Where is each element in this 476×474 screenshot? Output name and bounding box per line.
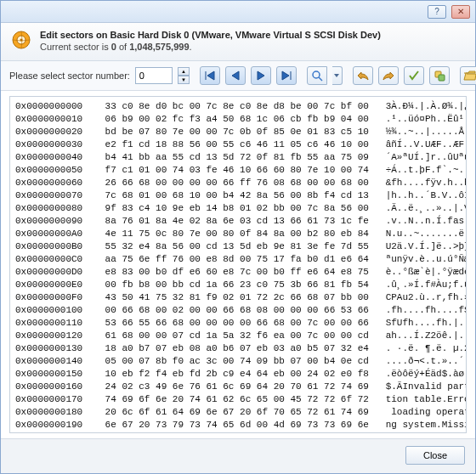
help-button[interactable]: ? — [428, 5, 446, 19]
nav-prev-icon — [230, 71, 241, 81]
hex-row[interactable]: 0x0000000080 9f 83 c4 10 9e eb 14 b8 01 … — [15, 202, 461, 215]
hex-row[interactable]: 0x00000000F0 43 50 41 75 32 81 f9 02 01 … — [15, 291, 461, 304]
dialog-title: Edit sectors on Basic Hard Disk 0 (VMwar… — [40, 30, 381, 40]
hex-row[interactable]: 0x0000000130 18 a0 b7 07 eb 08 a0 b6 07 … — [15, 342, 461, 355]
hex-row[interactable]: 0x00000000C0 aa 75 6e ff 76 00 e8 8d 00 … — [15, 253, 461, 266]
dialog-subtitle: Current sector is 0 of 1,048,575,999. — [40, 42, 381, 52]
hex-row[interactable]: 0x0000000050 f7 c1 01 00 74 03 fe 46 10 … — [15, 164, 461, 177]
hex-row[interactable]: 0x0000000100 00 66 68 00 02 00 00 66 68 … — [15, 304, 461, 317]
sector-step-down[interactable]: ▼ — [178, 76, 190, 84]
sector-stepper: ▲ ▼ — [178, 67, 190, 84]
hex-row[interactable]: 0x0000000090 8a 76 01 8a 4e 02 8a 6e 03 … — [15, 215, 461, 228]
sector-step-up[interactable]: ▲ — [178, 67, 190, 76]
hex-row[interactable]: 0x00000000A0 4e 11 75 0c 80 7e 00 80 0f … — [15, 228, 461, 240]
nav-first-button[interactable] — [200, 66, 220, 85]
nav-last-button[interactable] — [276, 66, 297, 85]
toolbar: Please select sector number: ▲ ▼ — [1, 61, 475, 91]
zoom-icon — [311, 70, 323, 82]
hex-row[interactable]: 0x0000000070 7c 68 01 00 68 10 00 b4 42 … — [15, 189, 461, 202]
total-sectors-value: 1,048,575,999 — [129, 42, 189, 52]
svg-rect-6 — [439, 75, 445, 81]
subtitle-prefix: Current sector is — [40, 42, 111, 52]
header: Edit sectors on Basic Hard Disk 0 (VMwar… — [1, 23, 475, 61]
nav-last-icon — [280, 71, 292, 81]
hex-row[interactable]: 0x00000000E0 00 fb b8 00 bb cd 1a 66 23 … — [15, 279, 461, 291]
nav-next-icon — [255, 71, 267, 81]
hex-row[interactable]: 0x0000000180 20 6c 6f 61 64 69 6e 67 20 … — [15, 406, 461, 419]
titlebar: ? ✕ — [1, 1, 475, 23]
svg-line-4 — [319, 77, 322, 81]
subtitle-suffix: . — [190, 42, 192, 52]
hex-row[interactable]: 0x0000000150 10 eb f2 f4 eb fd 2b c9 e4 … — [15, 368, 461, 381]
sector-input-label: Please select sector number: — [9, 71, 130, 81]
nav-first-icon — [204, 71, 216, 81]
hex-row[interactable]: 0x00000001A0 67 20 6f 70 65 72 61 74 69 … — [15, 432, 461, 433]
hex-row[interactable]: 0x0000000120 61 68 00 00 07 cd 1a 5a 32 … — [15, 330, 461, 342]
hex-row[interactable]: 0x0000000010 06 b9 00 02 fc f3 a4 50 68 … — [15, 113, 461, 126]
subtitle-mid: of — [116, 42, 129, 52]
hex-row[interactable]: 0x0000000140 05 00 07 8b f0 ac 3c 00 74 … — [15, 355, 461, 368]
folder-open-icon — [463, 70, 476, 82]
redo-button[interactable] — [378, 66, 399, 85]
nav-next-button[interactable] — [251, 66, 271, 85]
nav-prev-button[interactable] — [225, 66, 246, 85]
hex-row[interactable]: 0x0000000020 bd be 07 80 7e 00 00 7c 0b … — [15, 126, 461, 138]
dialog-footer: Close — [1, 438, 475, 473]
hex-row[interactable]: 0x0000000190 6e 67 20 73 79 73 74 65 6d … — [15, 419, 461, 432]
window-close-button[interactable]: ✕ — [451, 5, 470, 19]
hex-row[interactable]: 0x0000000040 b4 41 bb aa 55 cd 13 5d 72 … — [15, 151, 461, 164]
sector-number-input[interactable] — [135, 67, 173, 84]
hex-row[interactable]: 0x0000000170 74 69 6f 6e 20 74 61 62 6c … — [15, 393, 461, 406]
zoom-button[interactable] — [307, 66, 327, 85]
redo-icon — [382, 71, 394, 81]
hex-row[interactable]: 0x0000000160 24 02 c3 49 6e 76 61 6c 69 … — [15, 381, 461, 393]
chevron-down-icon — [334, 74, 339, 77]
apply-button[interactable] — [404, 66, 424, 85]
check-icon — [408, 71, 420, 81]
dialog-window: ? ✕ Edit sectors on Basic Hard Disk 0 (V… — [0, 0, 476, 474]
undo-icon — [357, 71, 369, 81]
svg-point-3 — [313, 71, 320, 78]
hex-editor-pane[interactable]: 0x0000000000 33 c0 8e d0 bc 00 7c 8e c0 … — [9, 96, 467, 433]
undo-button[interactable] — [353, 66, 373, 85]
open-button[interactable] — [460, 66, 476, 85]
zoom-dropdown[interactable] — [332, 66, 343, 85]
close-button[interactable]: Close — [405, 446, 465, 465]
hex-row[interactable]: 0x0000000030 e2 f1 cd 18 88 56 00 55 c6 … — [15, 138, 461, 151]
hex-row[interactable]: 0x0000000060 26 66 68 00 00 00 00 66 ff … — [15, 177, 461, 189]
hex-row[interactable]: 0x0000000110 53 66 55 66 68 00 00 00 00 … — [15, 317, 461, 330]
hex-row[interactable]: 0x00000000B0 55 32 e4 8a 56 00 cd 13 5d … — [15, 240, 461, 253]
fill-button[interactable] — [429, 66, 450, 85]
paint-icon — [434, 70, 445, 82]
hex-row[interactable]: 0x0000000000 33 c0 8e d0 bc 00 7c 8e c0 … — [15, 100, 461, 113]
disk-sectors-icon — [11, 30, 31, 50]
hex-row[interactable]: 0x00000000D0 e8 83 00 b0 df e6 60 e8 7c … — [15, 266, 461, 279]
